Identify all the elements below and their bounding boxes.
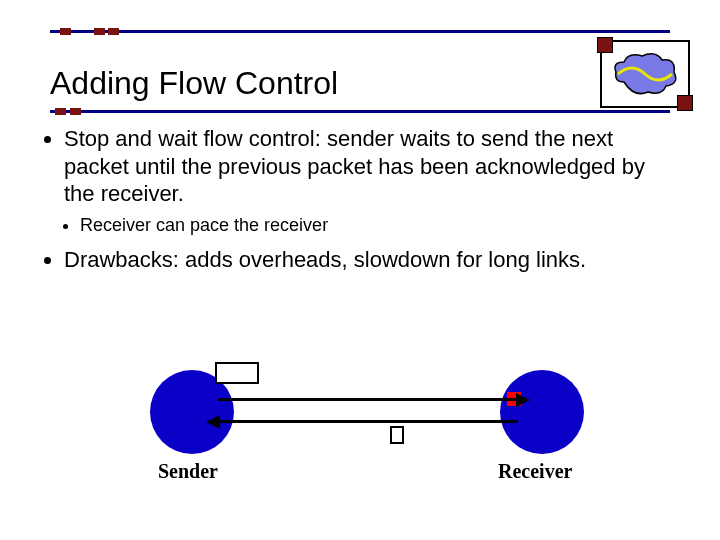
logo-network-icon bbox=[600, 40, 690, 108]
bullet-main-1: Stop and wait flow control: sender waits… bbox=[64, 125, 680, 208]
receiver-node-icon bbox=[500, 370, 584, 454]
top-accent bbox=[108, 28, 119, 35]
top-accent bbox=[60, 28, 71, 35]
top-accent bbox=[94, 28, 105, 35]
ack-arrowhead-icon bbox=[206, 415, 220, 429]
sender-label: Sender bbox=[158, 460, 218, 483]
top-rule bbox=[50, 30, 670, 33]
ack-link-line bbox=[218, 420, 518, 423]
bullet-main-2: Drawbacks: adds overheads, slowdown for … bbox=[64, 246, 680, 274]
logo-corner-icon bbox=[597, 37, 613, 53]
slide-title: Adding Flow Control bbox=[50, 65, 338, 102]
forward-arrowhead-icon bbox=[516, 393, 530, 407]
ack-packet-icon bbox=[390, 426, 404, 444]
bullet-sub-1: Receiver can pace the receiver bbox=[80, 214, 680, 237]
bullet-list: Stop and wait flow control: sender waits… bbox=[40, 125, 680, 280]
forward-link-line bbox=[218, 398, 518, 401]
flow-control-diagram: Sender Receiver bbox=[120, 350, 600, 490]
receiver-label: Receiver bbox=[498, 460, 572, 483]
logo-corner-icon bbox=[677, 95, 693, 111]
title-underline bbox=[50, 110, 670, 113]
title-accent bbox=[70, 108, 81, 115]
title-accent bbox=[55, 108, 66, 115]
cloud-icon bbox=[612, 52, 678, 96]
outgoing-packet-icon bbox=[215, 362, 259, 384]
